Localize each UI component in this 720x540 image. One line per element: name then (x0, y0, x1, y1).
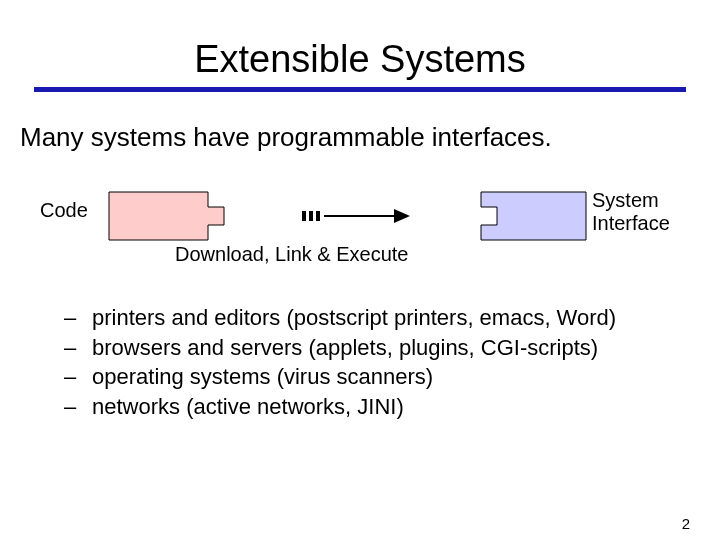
bullet-text: networks (active networks, JINI) (92, 392, 404, 422)
bullet-text: printers and editors (postscript printer… (92, 303, 616, 333)
svg-rect-0 (302, 211, 306, 221)
list-item: – printers and editors (postscript print… (64, 303, 720, 333)
bullet-text: browsers and servers (applets, plugins, … (92, 333, 598, 363)
dash-icon: – (64, 333, 92, 363)
list-item: – networks (active networks, JINI) (64, 392, 720, 422)
dash-icon: – (64, 362, 92, 392)
title-underline (34, 87, 686, 92)
page-number: 2 (682, 515, 690, 532)
bullet-list: – printers and editors (postscript print… (64, 303, 720, 422)
code-puzzle-icon (108, 191, 228, 241)
diagram: Code Download, Link & Execute System Int… (0, 187, 720, 277)
list-item: – browsers and servers (applets, plugins… (64, 333, 720, 363)
system-puzzle-icon (480, 191, 590, 241)
system-label-line2: Interface (592, 212, 670, 234)
system-label: System Interface (592, 189, 670, 235)
svg-rect-1 (309, 211, 313, 221)
dash-icon: – (64, 303, 92, 333)
slide: Extensible Systems Many systems have pro… (0, 38, 720, 540)
svg-rect-2 (316, 211, 320, 221)
body-text: Many systems have programmable interface… (20, 122, 700, 153)
svg-marker-4 (394, 209, 410, 223)
dash-icon: – (64, 392, 92, 422)
slide-title: Extensible Systems (0, 38, 720, 81)
bullet-text: operating systems (virus scanners) (92, 362, 433, 392)
system-label-line1: System (592, 189, 659, 211)
list-item: – operating systems (virus scanners) (64, 362, 720, 392)
arrow-icon (302, 205, 412, 227)
diagram-caption: Download, Link & Execute (175, 243, 408, 266)
code-label: Code (40, 199, 88, 222)
